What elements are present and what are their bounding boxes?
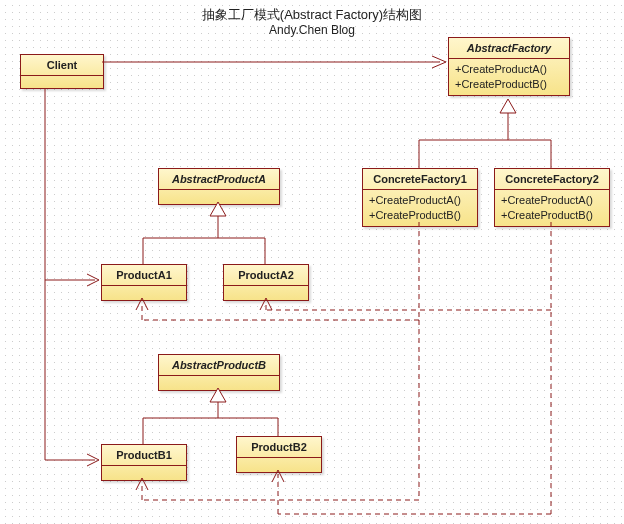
class-product-b1: ProductB1 [101, 444, 187, 481]
class-abstract-product-b-name: AbstractProductB [159, 355, 279, 376]
class-client: Client [20, 54, 104, 89]
diagram-title: 抽象工厂模式(Abstract Factory)结构图 [0, 6, 624, 24]
class-abstract-product-a: AbstractProductA [158, 168, 280, 205]
method-create-product-b: +CreateProductB() [369, 208, 471, 223]
diagram-subtitle: Andy.Chen Blog [0, 23, 624, 37]
class-abstract-product-b: AbstractProductB [158, 354, 280, 391]
class-product-b2-name: ProductB2 [237, 437, 321, 458]
class-concrete-factory-1: ConcreteFactory1 +CreateProductA() +Crea… [362, 168, 478, 227]
class-product-b1-name: ProductB1 [102, 445, 186, 466]
class-product-a2: ProductA2 [223, 264, 309, 301]
method-create-product-a: +CreateProductA() [455, 62, 563, 77]
class-abstract-factory: AbstractFactory +CreateProductA() +Creat… [448, 37, 570, 96]
class-concrete-factory-1-name: ConcreteFactory1 [363, 169, 477, 190]
class-concrete-factory-2: ConcreteFactory2 +CreateProductA() +Crea… [494, 168, 610, 227]
class-concrete-factory-2-name: ConcreteFactory2 [495, 169, 609, 190]
method-create-product-a: +CreateProductA() [501, 193, 603, 208]
svg-marker-4 [500, 99, 516, 113]
method-create-product-b: +CreateProductB() [455, 77, 563, 92]
class-product-a2-name: ProductA2 [224, 265, 308, 286]
class-product-b2: ProductB2 [236, 436, 322, 473]
diagram-canvas: { "title": "抽象工厂模式(Abstract Factory)结构图"… [0, 0, 624, 524]
class-product-a1: ProductA1 [101, 264, 187, 301]
method-create-product-a: +CreateProductA() [369, 193, 471, 208]
method-create-product-b: +CreateProductB() [501, 208, 603, 223]
class-abstract-product-a-name: AbstractProductA [159, 169, 279, 190]
class-product-a1-name: ProductA1 [102, 265, 186, 286]
class-abstract-factory-name: AbstractFactory [449, 38, 569, 59]
class-client-name: Client [21, 55, 103, 76]
